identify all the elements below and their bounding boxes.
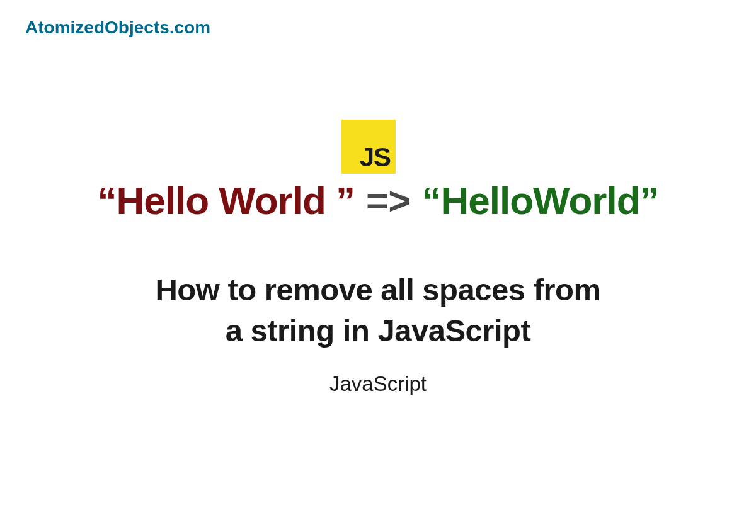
js-logo-text: JS [360, 142, 391, 173]
site-brand: AtomizedObjects.com [25, 18, 210, 38]
category-label: JavaScript [329, 372, 427, 396]
code-input-string: “Hello World ” [97, 181, 355, 220]
title-line-2: a string in JavaScript [155, 310, 600, 351]
hero-content: JS “Hello World ” => “HelloWorld” How to… [0, 120, 756, 396]
arrow-icon: => [366, 181, 410, 220]
code-output-string: “HelloWorld” [421, 181, 658, 220]
js-logo-icon: JS [341, 120, 396, 174]
article-title: How to remove all spaces from a string i… [155, 269, 600, 351]
code-example: “Hello World ” => “HelloWorld” [97, 181, 658, 220]
title-line-1: How to remove all spaces from [155, 269, 600, 310]
